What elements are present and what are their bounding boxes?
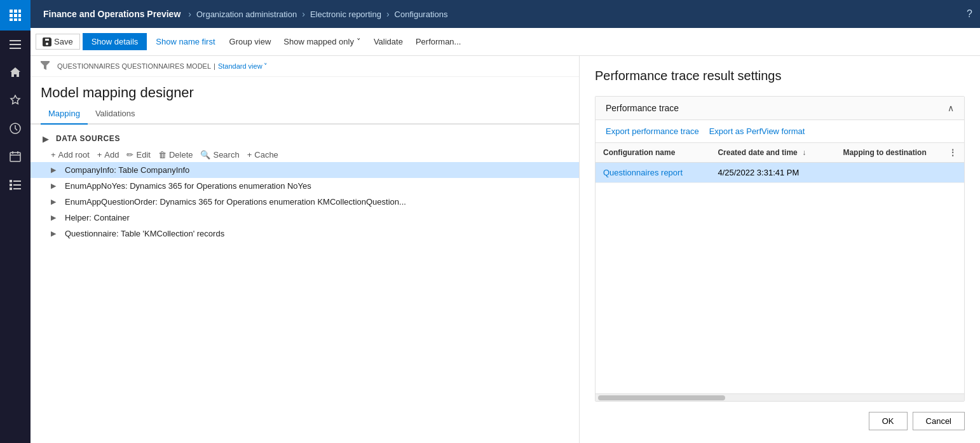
help-icon[interactable]: ? bbox=[967, 8, 972, 20]
breadcrumb-model-text: QUESTIONNAIRES QUESTIONNAIRES MODEL bbox=[57, 62, 211, 70]
breadcrumb-sep-3: › bbox=[384, 9, 392, 19]
breadcrumb-sep-2: › bbox=[299, 9, 308, 19]
search-label: Search bbox=[213, 150, 239, 160]
top-nav: Finance and Operations Preview › Organiz… bbox=[31, 0, 980, 28]
add-button[interactable]: + Add bbox=[97, 150, 119, 160]
svg-rect-2 bbox=[18, 10, 21, 13]
breadcrumb-er[interactable]: Electronic reporting bbox=[308, 10, 384, 19]
col-config-name[interactable]: Configuration name bbox=[595, 143, 710, 163]
toolbar: Save Show details Show name first Group … bbox=[31, 28, 980, 56]
tab-validations[interactable]: Validations bbox=[88, 104, 143, 125]
config-name-cell[interactable]: Questionnaires report bbox=[595, 163, 710, 183]
performance-button[interactable]: Performan... bbox=[411, 34, 466, 49]
breadcrumb-org-admin[interactable]: Organization administration bbox=[194, 10, 299, 19]
sidebar-calendar-icon[interactable] bbox=[0, 142, 31, 170]
export-trace-link[interactable]: Export performance trace bbox=[606, 126, 699, 136]
horizontal-scrollbar[interactable] bbox=[595, 393, 964, 401]
sidebar-list-icon[interactable] bbox=[0, 170, 31, 198]
ds-item-label-3: EnumAppQuestionOrder: Dynamics 365 for O… bbox=[65, 197, 406, 207]
delete-button[interactable]: 🗑 Delete bbox=[158, 150, 193, 160]
cache-plus-icon: + bbox=[247, 150, 252, 160]
svg-rect-3 bbox=[10, 14, 13, 17]
left-panel: QUESTIONNAIRES QUESTIONNAIRES MODEL | St… bbox=[31, 56, 580, 443]
group-view-button[interactable]: Group view bbox=[224, 34, 276, 49]
ds-expand-button[interactable]: ▶ bbox=[41, 133, 51, 144]
ds-item-label: CompanyInfo: Table CompanyInfo bbox=[65, 165, 189, 175]
cancel-button[interactable]: Cancel bbox=[913, 412, 965, 430]
svg-rect-0 bbox=[10, 10, 13, 13]
cache-button[interactable]: + Cache bbox=[247, 150, 278, 160]
expand-arrow-icon-3: ▶ bbox=[51, 198, 60, 206]
expand-arrow-icon-5: ▶ bbox=[51, 229, 60, 238]
ds-item-questionnaire[interactable]: ▶ Questionnaire: Table 'KMCollection' re… bbox=[31, 226, 579, 242]
sidebar-menu-icon[interactable] bbox=[0, 31, 31, 58]
mapping-dest-cell bbox=[835, 163, 964, 183]
sidebar-clock-icon[interactable] bbox=[0, 114, 31, 142]
add-root-button[interactable]: + Add root bbox=[51, 150, 90, 160]
standard-view-link[interactable]: Standard view ˅ bbox=[218, 62, 268, 71]
ds-item-companyinfo[interactable]: ▶ CompanyInfo: Table CompanyInfo bbox=[31, 162, 579, 178]
svg-rect-10 bbox=[10, 44, 21, 45]
save-button[interactable]: Save bbox=[36, 34, 80, 50]
perf-table: Configuration name Created date and time… bbox=[595, 143, 964, 393]
app-launcher-button[interactable] bbox=[0, 0, 31, 31]
export-perfview-link[interactable]: Export as PerfView format bbox=[709, 126, 805, 136]
show-name-first-button[interactable]: Show name first bbox=[149, 34, 221, 49]
show-mapped-only-label: Show mapped only bbox=[283, 37, 354, 46]
validate-button[interactable]: Validate bbox=[369, 34, 408, 49]
svg-rect-8 bbox=[18, 18, 21, 21]
delete-label: Delete bbox=[169, 150, 193, 160]
ok-button[interactable]: OK bbox=[869, 412, 908, 430]
app-title: Finance and Operations Preview bbox=[38, 9, 186, 19]
svg-rect-11 bbox=[10, 48, 21, 49]
svg-rect-14 bbox=[10, 180, 12, 182]
ds-item-helper[interactable]: ▶ Helper: Container bbox=[31, 210, 579, 226]
sidebar-left bbox=[0, 0, 31, 443]
ds-item-label-4: Helper: Container bbox=[65, 213, 130, 222]
data-sources-area: ▶ DATA SOURCES + Add root + Add ✏ Edit bbox=[31, 125, 579, 443]
expand-arrow-icon-4: ▶ bbox=[51, 214, 60, 222]
show-details-button[interactable]: Show details bbox=[83, 33, 147, 50]
collapse-button[interactable]: ∧ bbox=[948, 103, 954, 113]
perf-section-title: Performance trace bbox=[606, 103, 679, 113]
data-sources-header: ▶ DATA SOURCES bbox=[31, 130, 579, 147]
svg-rect-13 bbox=[10, 153, 20, 161]
edit-label: Edit bbox=[136, 150, 150, 160]
ds-item-enumappnoyes[interactable]: ▶ EnumAppNoYes: Dynamics 365 for Operati… bbox=[31, 178, 579, 194]
table-row[interactable]: Questionnaires report 4/25/2022 3:31:41 … bbox=[595, 163, 964, 183]
col-mapping-dest[interactable]: Mapping to destination ⋮ bbox=[835, 143, 964, 163]
tab-mapping[interactable]: Mapping bbox=[41, 104, 88, 125]
svg-rect-19 bbox=[13, 188, 21, 189]
filter-icon[interactable] bbox=[41, 61, 50, 71]
breadcrumb-sep-1: › bbox=[186, 9, 194, 19]
svg-rect-15 bbox=[13, 181, 21, 182]
svg-rect-7 bbox=[14, 18, 17, 21]
ds-actions-bar: + Add root + Add ✏ Edit 🗑 Delete bbox=[31, 147, 579, 162]
more-options-icon[interactable]: ⋮ bbox=[949, 148, 956, 157]
svg-rect-4 bbox=[14, 14, 17, 17]
add-root-label: Add root bbox=[58, 150, 90, 160]
tabs-bar: Mapping Validations bbox=[31, 104, 579, 125]
svg-rect-9 bbox=[10, 40, 21, 41]
sidebar-favorites-icon[interactable] bbox=[0, 86, 31, 114]
expand-arrow-icon: ▶ bbox=[51, 166, 60, 174]
ds-item-enumappquestionorder[interactable]: ▶ EnumAppQuestionOrder: Dynamics 365 for… bbox=[31, 194, 579, 210]
group-view-label: Group view bbox=[229, 37, 271, 46]
breadcrumb-bar: QUESTIONNAIRES QUESTIONNAIRES MODEL | St… bbox=[31, 56, 579, 77]
scrollbar-thumb[interactable] bbox=[598, 395, 725, 400]
sidebar-home-icon[interactable] bbox=[0, 58, 31, 86]
col-created-date[interactable]: Created date and time ↓ bbox=[710, 143, 835, 163]
breadcrumb-configs[interactable]: Configurations bbox=[392, 10, 451, 19]
ds-item-label-2: EnumAppNoYes: Dynamics 365 for Operation… bbox=[65, 181, 311, 191]
performance-trace-section: Performance trace ∧ Export performance t… bbox=[595, 96, 965, 402]
col-created-date-label: Created date and time bbox=[718, 148, 797, 157]
search-button[interactable]: 🔍 Search bbox=[200, 150, 239, 160]
edit-button[interactable]: ✏ Edit bbox=[126, 150, 150, 160]
sort-down-icon: ↓ bbox=[802, 148, 806, 157]
search-icon: 🔍 bbox=[200, 150, 210, 160]
perf-links: Export performance trace Export as PerfV… bbox=[595, 120, 964, 143]
show-mapped-only-button[interactable]: Show mapped only ˅ bbox=[278, 34, 366, 49]
save-icon bbox=[43, 37, 51, 46]
svg-rect-5 bbox=[18, 14, 21, 17]
add-root-plus-icon: + bbox=[51, 150, 56, 160]
